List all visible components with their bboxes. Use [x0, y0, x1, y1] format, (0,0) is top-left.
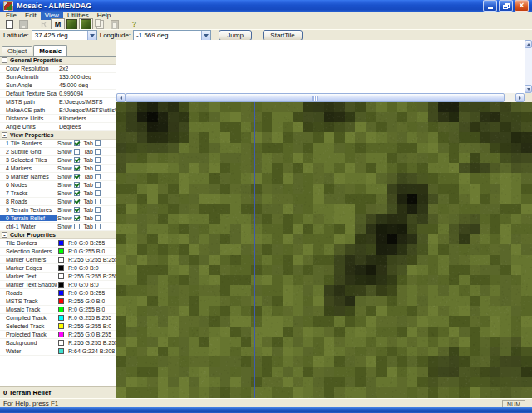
horizontal-scrollbar[interactable]	[116, 93, 525, 102]
property-label[interactable]: Marker Centers	[0, 257, 57, 263]
property-row-ctrl-1-water[interactable]: ctrl-1 WaterShowTab	[0, 223, 116, 231]
section-header-color-properties[interactable]: -Color Properties	[0, 231, 116, 239]
property-label[interactable]: 3 Selected Tiles	[0, 157, 57, 163]
property-label[interactable]: Projected Track	[0, 332, 57, 337]
property-label[interactable]: Selection Borders	[0, 248, 57, 254]
tab-checkbox[interactable]	[95, 190, 101, 196]
color-swatch[interactable]	[58, 282, 64, 288]
property-label[interactable]: 2 Subtile Grid	[0, 149, 57, 155]
section-header-general-properties[interactable]: -General Properties	[0, 57, 116, 65]
property-label[interactable]: MSTS Track	[0, 298, 57, 304]
property-label[interactable]: Roads	[0, 290, 57, 296]
property-row-water[interactable]: WaterR:64 G:224 B:208	[0, 347, 116, 356]
property-label[interactable]: Marker Edges	[0, 265, 57, 271]
color-swatch[interactable]	[58, 240, 64, 246]
longitude-value[interactable]: -1.569 deg	[134, 32, 201, 40]
show-checkbox[interactable]	[74, 190, 80, 196]
property-row-projected-track[interactable]: Projected TrackR:255 G:0 B:255	[0, 331, 116, 339]
property-row-4-markers[interactable]: 4 MarkersShowTab	[0, 165, 116, 173]
scroll-down-button[interactable]	[525, 85, 532, 93]
property-row-8-roads[interactable]: 8 RoadsShowTab	[0, 198, 116, 206]
property-row-roads[interactable]: RoadsR:0 G:0 B:255	[0, 289, 116, 297]
property-value[interactable]: Degrees	[57, 124, 81, 130]
show-checkbox[interactable]	[74, 207, 80, 213]
property-value[interactable]: 2x2	[57, 66, 68, 71]
latitude-dropdown-button[interactable]	[87, 31, 96, 40]
property-row-marker-edges[interactable]: Marker EdgesR:0 G:0 B:0	[0, 264, 116, 273]
color-swatch[interactable]	[58, 307, 64, 312]
property-row-1-tile-borders[interactable]: 1 Tile BordersShowTab	[0, 140, 116, 148]
show-checkbox[interactable]	[74, 199, 80, 204]
tab-checkbox[interactable]	[95, 174, 101, 179]
color-swatch[interactable]	[58, 315, 64, 321]
vertical-scrollbar[interactable]	[525, 40, 532, 93]
property-label[interactable]: Copy Resolution	[0, 66, 57, 71]
property-value[interactable]: 135.000 deg	[57, 74, 91, 80]
show-checkbox[interactable]	[74, 174, 80, 179]
property-row-makeace-path[interactable]: MakeACE pathE:\Juegos\MSTS\utils\makeace	[0, 106, 116, 115]
property-label[interactable]: Sun Angle	[0, 82, 57, 88]
property-label[interactable]: ctrl-1 Water	[0, 224, 57, 229]
property-label[interactable]: Distance Units	[0, 116, 57, 121]
property-row-7-tracks[interactable]: 7 TracksShowTab	[0, 189, 116, 198]
property-row-2-subtile-grid[interactable]: 2 Subtile GridShowTab	[0, 148, 116, 156]
show-checkbox[interactable]	[74, 224, 80, 229]
property-row-6-nodes[interactable]: 6 NodesShowTab	[0, 181, 116, 189]
property-row-selected-track[interactable]: Selected TrackR:255 G:255 B:0	[0, 322, 116, 331]
property-row-5-marker-names[interactable]: 5 Marker NamesShowTab	[0, 173, 116, 181]
property-label[interactable]: 1 Tile Borders	[0, 140, 57, 146]
terrain-canvas[interactable]	[116, 102, 532, 398]
color-swatch[interactable]	[58, 332, 64, 337]
show-checkbox[interactable]	[74, 149, 80, 155]
show-checkbox[interactable]	[74, 157, 80, 163]
property-label[interactable]: 0 Terrain Relief	[0, 215, 57, 221]
show-checkbox[interactable]	[74, 215, 80, 221]
property-label[interactable]: Marker Text	[0, 273, 57, 279]
tab-checkbox[interactable]	[95, 215, 101, 221]
property-row-distance-units[interactable]: Distance UnitsKilometers	[0, 115, 116, 123]
property-label[interactable]: Water	[0, 348, 57, 354]
property-row-copy-resolution[interactable]: Copy Resolution2x2	[0, 65, 116, 73]
longitude-dropdown-button[interactable]	[201, 31, 210, 40]
property-row-compiled-track[interactable]: Compiled TrackR:0 G:255 B:255	[0, 314, 116, 322]
minimize-button[interactable]	[483, 0, 497, 12]
latitude-value[interactable]: 37.425 deg	[32, 32, 87, 40]
scroll-up-button[interactable]	[525, 40, 532, 48]
horizontal-scrollbar-thumb[interactable]	[126, 93, 505, 102]
color-swatch[interactable]	[58, 348, 64, 354]
collapse-icon[interactable]: -	[2, 232, 7, 238]
color-swatch[interactable]	[58, 257, 64, 263]
tab-checkbox[interactable]	[95, 149, 101, 155]
property-row-tile-borders[interactable]: Tile BordersR:0 G:0 B:255	[0, 239, 116, 248]
property-value[interactable]: E:\Juegos\MSTS	[57, 99, 103, 105]
property-row-3-selected-tiles[interactable]: 3 Selected TilesShowTab	[0, 156, 116, 165]
property-row-marker-text-shadow[interactable]: Marker Text ShadowR:0 G:0 B:0	[0, 281, 116, 289]
tab-checkbox[interactable]	[95, 224, 101, 229]
property-value[interactable]: 45.000 deg	[57, 82, 88, 88]
collapse-icon[interactable]: -	[2, 57, 7, 63]
show-checkbox[interactable]	[74, 140, 80, 146]
property-row-selection-borders[interactable]: Selection BordersR:0 G:255 B:0	[0, 248, 116, 256]
property-label[interactable]: Sun Azimuth	[0, 74, 57, 80]
property-label[interactable]: 5 Marker Names	[0, 174, 57, 179]
property-label[interactable]: Background	[0, 340, 57, 346]
property-row-msts-path[interactable]: MSTS pathE:\Juegos\MSTS	[0, 98, 116, 106]
tab-checkbox[interactable]	[95, 199, 101, 204]
show-checkbox[interactable]	[74, 165, 80, 171]
tab-checkbox[interactable]	[95, 157, 101, 163]
property-value[interactable]: Kilometers	[57, 116, 86, 121]
scroll-right-button[interactable]	[515, 93, 525, 102]
color-swatch[interactable]	[58, 323, 64, 329]
property-label[interactable]: MakeACE path	[0, 107, 57, 113]
collapse-icon[interactable]: -	[2, 132, 7, 138]
property-row-0-terrain-relief[interactable]: 0 Terrain ReliefShowTab	[0, 214, 116, 223]
property-label[interactable]: MSTS path	[0, 99, 57, 105]
property-label[interactable]: Selected Track	[0, 323, 57, 329]
property-label[interactable]: Marker Text Shadow	[0, 282, 57, 288]
property-row-marker-text[interactable]: Marker TextR:255 G:255 B:255	[0, 273, 116, 281]
property-label[interactable]: Mosaic Track	[0, 307, 57, 312]
property-label[interactable]: Tile Borders	[0, 240, 57, 246]
scroll-left-button[interactable]	[116, 93, 126, 102]
color-swatch[interactable]	[58, 298, 64, 304]
color-swatch[interactable]	[58, 290, 64, 296]
